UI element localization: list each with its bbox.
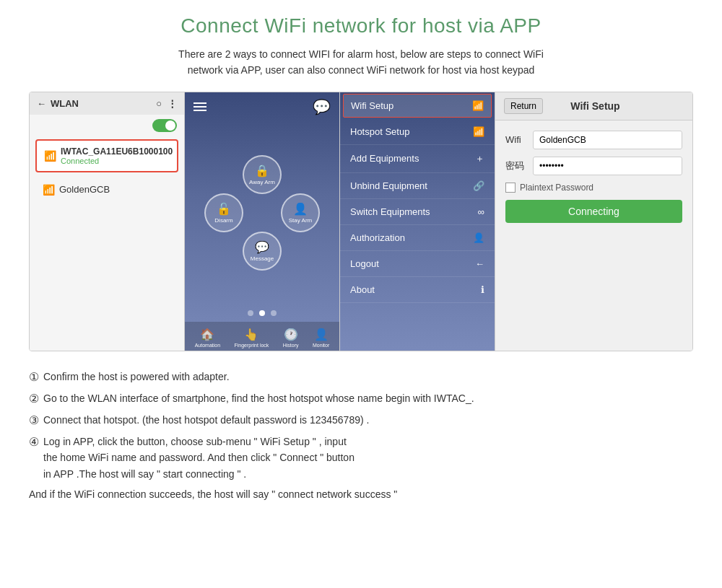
plaintext-label: Plaintext Password <box>520 183 593 193</box>
chat-icon[interactable]: 💬 <box>313 98 331 115</box>
away-arm-button[interactable]: 🔒 Away Arm <box>243 155 282 194</box>
fingerprint-icon: 👆 <box>244 328 258 341</box>
connected-network-status: Connected <box>61 157 173 165</box>
app-footer: 🏠 Automation 👆 Fingerprint lock 🕐 Histor… <box>185 322 339 351</box>
disarm-icon: 🔓 <box>217 202 231 216</box>
back-arrow-icon: ← <box>37 98 46 109</box>
add-icon: ＋ <box>475 152 484 165</box>
menu-unbind-equipment[interactable]: Unbind Equipment 🔗 <box>340 173 495 199</box>
dot-1 <box>248 310 253 316</box>
page-dots <box>185 304 339 322</box>
message-icon: 💬 <box>255 240 269 254</box>
instruction-4: ④ Log in APP, click the button, choose s… <box>29 434 693 482</box>
wifi-row: Wifi <box>505 131 682 149</box>
form-panel: Return Wifi Setup Wifi 密码 Plaintext Pass… <box>495 92 692 351</box>
menu-panel: Wifi Setup 📶 Hotspot Setup 📶 Add Equipme… <box>340 92 495 351</box>
password-input[interactable] <box>533 157 682 175</box>
last-instruction: And if the WiFi connection succeeds, the… <box>29 486 693 502</box>
menu-wifi-setup[interactable]: Wifi Setup 📶 <box>343 94 492 118</box>
menu-about[interactable]: About ℹ <box>340 277 495 303</box>
form-title: Wifi Setup <box>570 100 619 112</box>
link-icon: 🔗 <box>473 180 484 191</box>
connected-network-name: IWTAC_GA11EU6B1000100 <box>61 146 173 157</box>
wlan-toggle[interactable] <box>152 119 177 132</box>
step-4-text: Log in APP, click the button, choose sub… <box>43 434 355 482</box>
menu-hotspot-setup[interactable]: Hotspot Setup 📶 <box>340 119 495 145</box>
wlan-header: ← WLAN ○ ⋮ <box>30 92 184 115</box>
hamburger-menu-icon[interactable] <box>193 102 206 111</box>
wifi-connected-icon: 📶 <box>44 150 56 162</box>
footer-automation[interactable]: 🏠 Automation <box>195 328 220 348</box>
page-subtitle: There are 2 ways to connect WIFI for ala… <box>29 46 693 79</box>
password-label: 密码 <box>505 159 527 172</box>
instruction-2: ② Go to the WLAN interface of smartphone… <box>29 390 693 408</box>
instruction-3: ③ Connect that hotspot. (the host hotspo… <box>29 412 693 429</box>
return-button[interactable]: Return <box>504 98 543 114</box>
instructions: ① Confirm the host is powered with adapt… <box>29 369 693 503</box>
automation-icon: 🏠 <box>200 328 214 341</box>
wlan-toggle-row <box>30 115 184 136</box>
menu-authorization[interactable]: Authorization 👤 <box>340 225 495 251</box>
page-title: Connect WiFi network for host via APP <box>29 14 693 38</box>
step-1-text: Confirm the host is powered with adapter… <box>43 369 230 385</box>
step-3-number: ③ <box>29 412 39 429</box>
footer-fingerprint[interactable]: 👆 Fingerprint lock <box>235 328 269 348</box>
lock-icon: 🔒 <box>255 164 269 177</box>
wlan-header-icons: ○ ⋮ <box>156 98 177 109</box>
circle-icon: ○ <box>156 98 162 109</box>
plaintext-checkbox[interactable] <box>505 183 516 193</box>
menu-add-equipments[interactable]: Add Equipments ＋ <box>340 145 495 173</box>
form-header: Return Wifi Setup <box>495 92 692 120</box>
logout-icon: ← <box>475 258 484 269</box>
diamond-buttons: 🔒 Away Arm 🔓 Disarm 👤 Stay Arm 💬 Message <box>204 155 320 271</box>
screenshots-row: ← WLAN ○ ⋮ 📶 IWTAC_GA11EU6B1000100 Conne… <box>29 92 693 351</box>
wifi-icon: 📶 <box>43 184 55 196</box>
menu-dots-icon: ⋮ <box>168 98 177 109</box>
wifi-input[interactable] <box>533 131 682 149</box>
switch-icon: ∞ <box>478 206 484 217</box>
menu-logout[interactable]: Logout ← <box>340 251 495 277</box>
step-3-text: Connect that hotspot. (the host hotspot … <box>43 412 369 428</box>
other-network-name: GoldenGCB <box>59 184 110 195</box>
hotspot-icon: 📶 <box>473 126 484 137</box>
monitor-icon: 👤 <box>314 328 329 341</box>
message-button[interactable]: 💬 Message <box>243 232 282 271</box>
disarm-button[interactable]: 🔓 Disarm <box>204 193 243 232</box>
instruction-1: ① Confirm the host is powered with adapt… <box>29 369 693 386</box>
app-header: 💬 <box>185 92 339 121</box>
info-icon: ℹ <box>481 284 484 295</box>
stay-arm-icon: 👤 <box>293 202 308 216</box>
stay-arm-button[interactable]: 👤 Stay Arm <box>281 193 320 232</box>
plaintext-row: Plaintext Password <box>505 183 682 193</box>
wlan-back-title: ← WLAN <box>37 98 79 109</box>
step-2-text: Go to the WLAN interface of smartphone, … <box>43 390 474 406</box>
form-body: Wifi 密码 Plaintext Password Connecting <box>495 120 692 233</box>
app-panel: 💬 🔒 Away Arm 🔓 Disarm 👤 Stay Arm 💬 <box>185 92 340 351</box>
history-icon: 🕐 <box>284 328 298 341</box>
menu-switch-equipments[interactable]: Switch Equipments ∞ <box>340 199 495 225</box>
footer-monitor[interactable]: 👤 Monitor <box>313 328 329 348</box>
wifi-menu-icon: 📶 <box>472 100 484 111</box>
auth-icon: 👤 <box>473 232 484 243</box>
step-1-number: ① <box>29 369 39 386</box>
other-network-item[interactable]: 📶 GoldenGCB <box>35 178 178 201</box>
connect-button[interactable]: Connecting <box>505 200 682 223</box>
wlan-panel: ← WLAN ○ ⋮ 📶 IWTAC_GA11EU6B1000100 Conne… <box>30 92 185 351</box>
footer-history[interactable]: 🕐 History <box>283 328 299 348</box>
step-4-number: ④ <box>29 434 39 451</box>
connected-network-item[interactable]: 📶 IWTAC_GA11EU6B1000100 Connected <box>35 139 178 172</box>
app-controls: 🔒 Away Arm 🔓 Disarm 👤 Stay Arm 💬 Message <box>185 121 339 304</box>
dot-3 <box>271 310 277 316</box>
dot-2 <box>259 310 265 316</box>
step-2-number: ② <box>29 390 39 408</box>
password-row: 密码 <box>505 157 682 175</box>
wifi-label: Wifi <box>505 134 527 145</box>
